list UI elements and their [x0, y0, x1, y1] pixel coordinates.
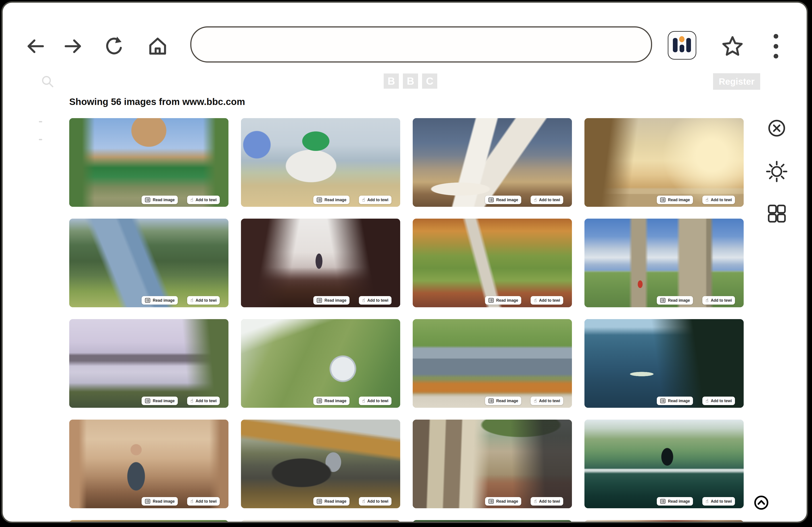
card-photo[interactable]	[584, 520, 744, 523]
card-photo[interactable]	[584, 319, 744, 408]
card-photo[interactable]	[584, 219, 744, 307]
read-image-button[interactable]: Read image	[657, 195, 693, 204]
card-photo[interactable]	[413, 319, 572, 408]
read-image-label: Read image	[324, 399, 346, 403]
read-image-button[interactable]: Read image	[142, 497, 178, 506]
read-image-button[interactable]: Read image	[313, 497, 349, 506]
image-card[interactable]: Read image ☝ Add to tewi	[241, 319, 400, 408]
add-to-tewi-button[interactable]: ☝ Add to tewi	[359, 296, 391, 305]
add-to-tewi-button[interactable]: ☝ Add to tewi	[531, 296, 563, 305]
image-card[interactable]: Read image ☝ Add to tewi	[69, 319, 229, 408]
card-photo[interactable]	[413, 520, 572, 523]
read-image-button[interactable]: Read image	[142, 296, 178, 305]
card-photo[interactable]	[241, 520, 400, 523]
image-card[interactable]: Read image ☝ Add to tewi	[69, 118, 229, 207]
read-image-label: Read image	[668, 399, 690, 403]
image-card[interactable]: Read image ☝ Add to tewi	[584, 319, 744, 408]
image-card[interactable]: Read image ☝ Add to tewi	[69, 420, 229, 508]
read-image-button[interactable]: Read image	[313, 296, 349, 305]
read-image-button[interactable]: Read image	[313, 195, 349, 204]
hand-pointer-icon: ☝	[362, 499, 365, 504]
read-image-icon	[660, 498, 666, 504]
card-photo[interactable]	[69, 118, 229, 207]
image-card[interactable]: Read image ☝ Add to tewi	[413, 520, 572, 523]
add-to-tewi-button[interactable]: ☝ Add to tewi	[702, 397, 735, 405]
add-to-tewi-button[interactable]: ☝ Add to tewi	[702, 195, 735, 204]
read-image-button[interactable]: Read image	[142, 195, 178, 204]
card-photo[interactable]	[584, 118, 744, 207]
add-to-tewi-button[interactable]: ☝ Add to tewi	[359, 397, 391, 405]
grid-layout-icon[interactable]	[766, 203, 787, 224]
image-card[interactable]: Read image ☝ Add to tewi	[413, 118, 572, 207]
add-to-tewi-label: Add to tewi	[367, 298, 388, 303]
card-photo[interactable]	[241, 319, 400, 408]
image-card[interactable]: Read image ☝ Add to tewi	[584, 520, 744, 523]
card-photo[interactable]	[241, 420, 400, 508]
browser-window: BBC Register Showing 56 images from www.…	[1, 1, 808, 523]
image-card[interactable]: Read image ☝ Add to tewi	[413, 319, 572, 408]
read-image-button[interactable]: Read image	[142, 397, 178, 405]
kebab-menu-icon[interactable]	[773, 34, 779, 59]
add-to-tewi-button[interactable]: ☝ Add to tewi	[359, 195, 391, 204]
card-photo[interactable]	[241, 219, 400, 307]
image-card[interactable]: Read image ☝ Add to tewi	[241, 520, 400, 523]
card-photo[interactable]	[413, 118, 572, 207]
image-card[interactable]: Read image ☝ Add to tewi	[241, 420, 400, 508]
read-image-button[interactable]: Read image	[485, 195, 521, 204]
add-to-tewi-button[interactable]: ☝ Add to tewi	[702, 296, 735, 305]
card-actions: Read image ☝ Add to tewi	[657, 397, 735, 405]
image-card[interactable]: Read image ☝ Add to tewi	[584, 118, 744, 207]
add-to-tewi-button[interactable]: ☝ Add to tewi	[531, 195, 563, 204]
card-photo[interactable]	[69, 319, 229, 408]
read-image-button[interactable]: Read image	[657, 497, 693, 506]
card-actions: Read image ☝ Add to tewi	[313, 397, 391, 405]
card-photo[interactable]	[413, 219, 572, 307]
image-card[interactable]: Read image ☝ Add to tewi	[413, 420, 572, 508]
bookmark-star-icon[interactable]	[721, 35, 744, 58]
card-photo[interactable]	[69, 520, 229, 523]
register-button[interactable]: Register	[713, 73, 760, 90]
add-to-tewi-button[interactable]: ☝ Add to tewi	[187, 497, 220, 506]
brightness-sun-icon[interactable]	[766, 160, 788, 183]
add-to-tewi-button[interactable]: ☝ Add to tewi	[531, 497, 563, 506]
image-card[interactable]: Read image ☝ Add to tewi	[241, 118, 400, 207]
read-image-button[interactable]: Read image	[657, 296, 693, 305]
home-icon[interactable]	[147, 36, 168, 56]
image-card[interactable]: Read image ☝ Add to tewi	[241, 219, 400, 307]
url-address-bar[interactable]	[190, 26, 652, 62]
image-card[interactable]: Read image ☝ Add to tewi	[69, 219, 229, 307]
read-image-icon	[660, 297, 666, 303]
extension-logo-button[interactable]	[668, 31, 696, 60]
close-overlay-icon[interactable]	[768, 119, 786, 137]
scroll-to-top-button[interactable]	[754, 495, 769, 511]
back-icon[interactable]	[25, 36, 45, 56]
add-to-tewi-button[interactable]: ☝ Add to tewi	[702, 497, 735, 506]
read-image-icon	[317, 398, 322, 404]
read-image-button[interactable]: Read image	[485, 497, 521, 506]
add-to-tewi-button[interactable]: ☝ Add to tewi	[531, 397, 563, 405]
read-image-button[interactable]: Read image	[657, 397, 693, 405]
image-card[interactable]: Read image ☝ Add to tewi	[413, 219, 572, 307]
image-card[interactable]: Read image ☝ Add to tewi	[69, 520, 229, 523]
read-image-button[interactable]: Read image	[485, 296, 521, 305]
reload-icon[interactable]	[104, 36, 125, 56]
read-image-icon	[317, 297, 322, 303]
image-card[interactable]: Read image ☝ Add to tewi	[584, 219, 744, 307]
card-photo[interactable]	[69, 219, 229, 307]
faded-list-dash	[39, 121, 42, 122]
read-image-button[interactable]: Read image	[313, 397, 349, 405]
add-to-tewi-button[interactable]: ☝ Add to tewi	[187, 195, 220, 204]
card-photo[interactable]	[413, 420, 572, 508]
card-actions: Read image ☝ Add to tewi	[313, 497, 391, 506]
card-photo[interactable]	[69, 420, 229, 508]
forward-icon[interactable]	[63, 36, 84, 56]
read-image-label: Read image	[153, 499, 175, 504]
add-to-tewi-button[interactable]: ☝ Add to tewi	[359, 497, 391, 506]
image-card[interactable]: Read image ☝ Add to tewi	[584, 420, 744, 508]
hand-pointer-icon: ☝	[362, 398, 365, 403]
card-photo[interactable]	[584, 420, 744, 508]
add-to-tewi-button[interactable]: ☝ Add to tewi	[187, 296, 220, 305]
card-photo[interactable]	[241, 118, 400, 207]
read-image-button[interactable]: Read image	[485, 397, 521, 405]
add-to-tewi-button[interactable]: ☝ Add to tewi	[187, 397, 220, 405]
